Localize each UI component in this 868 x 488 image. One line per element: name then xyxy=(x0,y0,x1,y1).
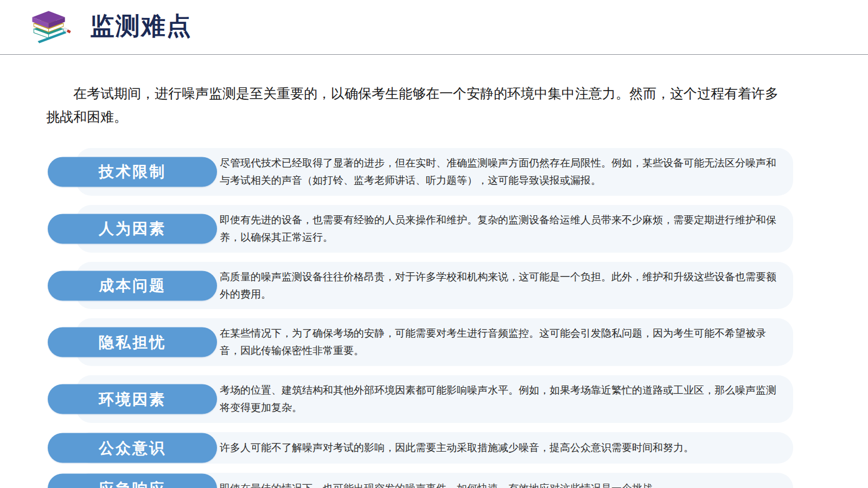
presentation-slide: 监测难点 在考试期间，进行噪声监测是至关重要的，以确保考生能够在一个安静的环境中… xyxy=(0,0,868,488)
slide-header: 监测难点 xyxy=(0,0,868,55)
difficulty-text: 许多人可能不了解噪声对考试的影响，因此需要主动采取措施减少噪音，提高公众意识需要… xyxy=(220,439,694,457)
list-item: 高质量的噪声监测设备往往价格昂贵，对于许多学校和机构来说，这可能是一个负担。此外… xyxy=(48,262,793,310)
difficulty-pill: 应急响应 xyxy=(48,474,217,488)
difficulty-label: 成本问题 xyxy=(99,275,166,296)
difficulty-pill: 成本问题 xyxy=(48,271,217,300)
difficulty-pill: 人为因素 xyxy=(48,214,217,243)
difficulty-label: 隐私担忧 xyxy=(99,332,166,352)
difficulty-list: 尽管现代技术已经取得了显著的进步，但在实时、准确监测噪声方面仍然存在局限性。例如… xyxy=(48,148,793,488)
page-title: 监测难点 xyxy=(90,14,192,41)
list-item: 许多人可能不了解噪声对考试的影响，因此需要主动采取措施减少噪音，提高公众意识需要… xyxy=(48,432,793,464)
difficulty-text: 尽管现代技术已经取得了显著的进步，但在实时、准确监测噪声方面仍然存在局限性。例如… xyxy=(220,155,777,189)
difficulty-label: 公众意识 xyxy=(99,438,166,458)
difficulty-text: 即使在最佳的情况下，也可能出现突发的噪声事件。如何快速、有效地应对这些情况是一个… xyxy=(220,480,663,488)
intro-paragraph: 在考试期间，进行噪声监测是至关重要的，以确保考生能够在一个安静的环境中集中注意力… xyxy=(46,82,778,129)
list-item: 即使有先进的设备，也需要有经验的人员来操作和维护。复杂的监测设备给运维人员带来不… xyxy=(48,205,793,253)
difficulty-label: 环境因素 xyxy=(99,389,166,409)
difficulty-text: 高质量的噪声监测设备往往价格昂贵，对于许多学校和机构来说，这可能是一个负担。此外… xyxy=(220,268,777,303)
difficulty-pill: 技术限制 xyxy=(48,157,217,187)
books-stack-icon xyxy=(26,5,73,50)
difficulty-text: 即使有先进的设备，也需要有经验的人员来操作和维护。复杂的监测设备给运维人员带来不… xyxy=(220,211,777,246)
difficulty-label: 应急响应 xyxy=(99,478,166,488)
difficulty-pill: 公众意识 xyxy=(48,433,217,463)
difficulty-label: 人为因素 xyxy=(99,219,166,239)
difficulty-label: 技术限制 xyxy=(99,162,166,182)
list-item: 即使在最佳的情况下，也可能出现突发的噪声事件。如何快速、有效地应对这些情况是一个… xyxy=(48,473,793,488)
difficulty-pill: 环境因素 xyxy=(48,384,217,414)
difficulty-pill: 隐私担忧 xyxy=(48,328,217,357)
list-item: 在某些情况下，为了确保考场的安静，可能需要对考生进行音频监控。这可能会引发隐私问… xyxy=(48,318,793,366)
difficulty-text: 考场的位置、建筑结构和其他外部环境因素都可能影响噪声水平。例如，如果考场靠近繁忙… xyxy=(220,382,777,416)
list-item: 考场的位置、建筑结构和其他外部环境因素都可能影响噪声水平。例如，如果考场靠近繁忙… xyxy=(48,375,793,423)
list-item: 尽管现代技术已经取得了显著的进步，但在实时、准确监测噪声方面仍然存在局限性。例如… xyxy=(48,148,793,196)
difficulty-text: 在某些情况下，为了确保考场的安静，可能需要对考生进行音频监控。这可能会引发隐私问… xyxy=(220,325,777,359)
